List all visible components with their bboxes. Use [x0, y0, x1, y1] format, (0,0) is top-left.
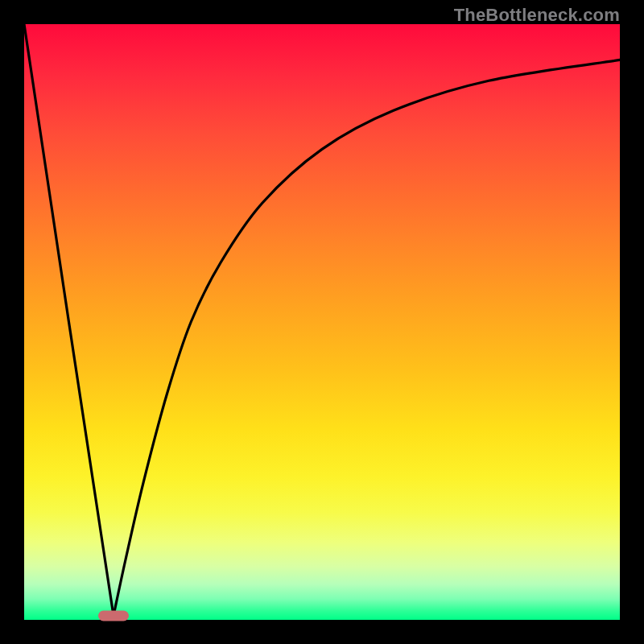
- plot-area: [24, 24, 620, 620]
- chart-frame: TheBottleneck.com: [0, 0, 644, 644]
- curve-right-branch: [114, 60, 620, 615]
- bottleneck-curve: [24, 24, 620, 620]
- watermark-text: TheBottleneck.com: [454, 5, 620, 26]
- optimum-marker: [98, 610, 129, 621]
- curve-left-branch: [24, 24, 114, 616]
